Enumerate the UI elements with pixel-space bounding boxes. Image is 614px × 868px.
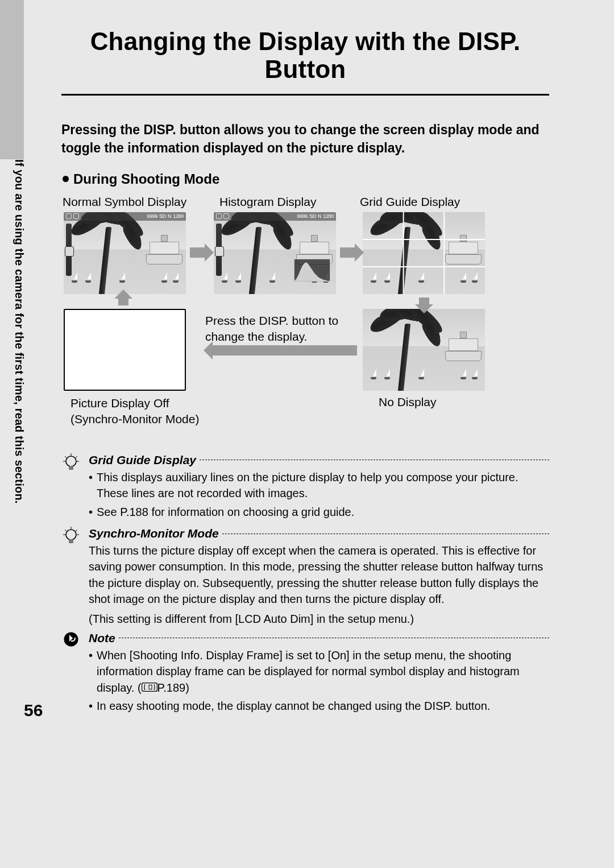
- intro-paragraph: Pressing the DISP. button allows you to …: [61, 121, 549, 158]
- screen-picture-off: [64, 309, 186, 391]
- screen-normal-symbol: 9999 SD N 1280: [64, 212, 186, 294]
- svg-rect-5: [69, 466, 73, 470]
- osd-size: 1280: [323, 213, 334, 219]
- caption-no-display: No Display: [379, 395, 437, 409]
- off-line1: Picture Display Off: [70, 396, 169, 410]
- arrow-left-icon: [211, 345, 357, 356]
- battery-icon: [168, 284, 182, 291]
- caption-normal: Normal Symbol Display: [63, 195, 186, 209]
- tip-grid-guide: Grid Guide Display This displays auxilia…: [61, 453, 549, 522]
- page-title: Changing the Display with the DISP. Butt…: [61, 25, 549, 96]
- screen-grid-guide: [363, 212, 485, 294]
- caption-histogram: Histogram Display: [219, 195, 316, 209]
- histogram-overlay: [294, 259, 330, 282]
- tip-bullet: This displays auxiliary lines on the pic…: [89, 469, 549, 502]
- battery-icon: [318, 284, 333, 291]
- section-heading: During Shooting Mode: [61, 171, 549, 187]
- tip-paragraph: (This setting is different from [LCD Aut…: [89, 611, 549, 627]
- bullet-icon: [63, 176, 69, 182]
- flash-icon: [66, 213, 72, 219]
- section-heading-text: During Shooting Mode: [73, 171, 219, 187]
- page-content: Changing the Display with the DISP. Butt…: [61, 25, 549, 718]
- svg-line-14: [65, 530, 67, 531]
- note-icon: [61, 631, 81, 717]
- display-cycle-diagram: Normal Symbol Display Histogram Display …: [61, 195, 549, 444]
- caption-picture-off: Picture Display Off (Synchro-Monitor Mod…: [70, 395, 199, 428]
- note-bullet: In easy shooting mode, the display canno…: [89, 698, 549, 714]
- tip-title: Grid Guide Display: [89, 453, 196, 467]
- svg-point-11: [66, 530, 76, 540]
- arrow-down-icon: [419, 297, 429, 305]
- svg-rect-12: [69, 539, 73, 543]
- svg-line-7: [65, 456, 67, 458]
- side-hint-text: If you are using the camera for the firs…: [13, 159, 26, 580]
- arrow-up-icon: [118, 297, 128, 305]
- screen-histogram: 9999 SD N 1280: [214, 212, 336, 294]
- svg-point-4: [66, 456, 76, 466]
- tip-paragraph: This turns the picture display off excep…: [89, 543, 549, 607]
- zoom-bar: [66, 224, 72, 276]
- screen-no-display: [363, 309, 485, 391]
- tip-bullet: See P.188 for information on choosing a …: [89, 504, 549, 520]
- osd-sd: SD: [309, 213, 316, 219]
- osd-size: 1280: [173, 213, 184, 219]
- camera-mode-icon: [223, 213, 229, 219]
- lightbulb-icon: [61, 453, 81, 522]
- osd-shots: 9999: [297, 213, 308, 219]
- tip-title: Synchro-Monitor Mode: [89, 527, 219, 540]
- svg-line-8: [76, 456, 77, 458]
- osd-quality: N: [318, 213, 321, 219]
- note-bullet: When [Shooting Info. Display Frame] is s…: [89, 647, 549, 696]
- flash-icon: [216, 213, 222, 219]
- camera-mode-icon: [73, 213, 79, 219]
- arrow-right-icon: [340, 247, 356, 258]
- caption-cycle: Press the DISP. button to change the dis…: [205, 313, 350, 345]
- note-title: Note: [89, 631, 115, 645]
- caption-grid: Grid Guide Display: [360, 195, 460, 209]
- cycle-line1: Press the DISP. button to: [205, 314, 338, 327]
- margin-tab: [0, 0, 24, 159]
- tip-synchro-monitor: Synchro-Monitor Mode This turns the pict…: [61, 527, 549, 627]
- svg-line-15: [76, 530, 77, 531]
- off-line2: (Synchro-Monitor Mode): [70, 412, 199, 425]
- cycle-line2: change the display.: [205, 330, 307, 343]
- grid-lines-icon: [363, 212, 485, 294]
- note-page-ref: P.189): [157, 681, 189, 694]
- osd-quality: N: [168, 213, 171, 219]
- arrow-right-icon: [190, 247, 206, 258]
- osd-shots: 9999: [147, 213, 157, 219]
- note-block: Note When [Shooting Info. Display Frame]…: [61, 631, 549, 717]
- zoom-bar: [216, 224, 222, 276]
- page-ref-icon: [142, 683, 157, 692]
- osd-sd: SD: [159, 213, 166, 219]
- lightbulb-icon: [61, 527, 81, 627]
- page-number: 56: [24, 701, 43, 720]
